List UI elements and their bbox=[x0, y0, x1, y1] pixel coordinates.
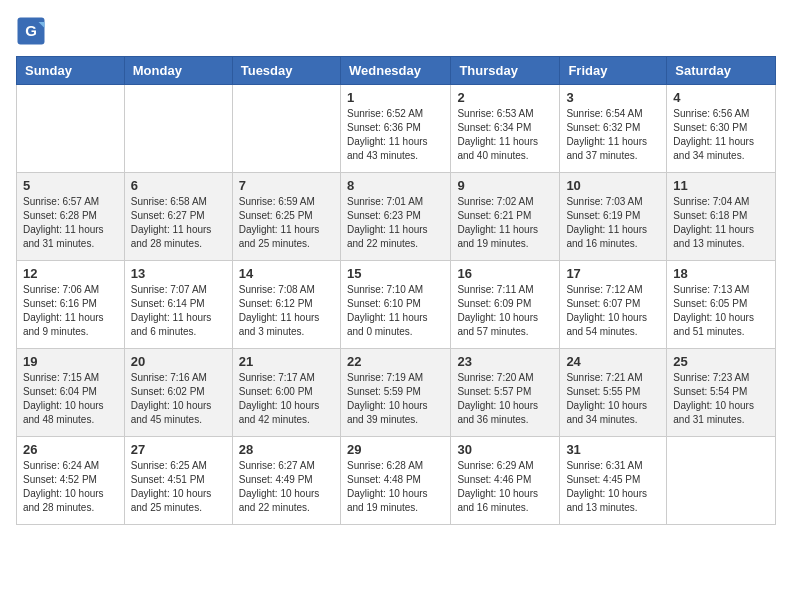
day-number: 2 bbox=[457, 90, 553, 105]
day-info: Sunrise: 7:12 AM Sunset: 6:07 PM Dayligh… bbox=[566, 283, 660, 339]
day-info: Sunrise: 7:19 AM Sunset: 5:59 PM Dayligh… bbox=[347, 371, 444, 427]
day-number: 31 bbox=[566, 442, 660, 457]
calendar-cell: 21Sunrise: 7:17 AM Sunset: 6:00 PM Dayli… bbox=[232, 349, 340, 437]
day-number: 13 bbox=[131, 266, 226, 281]
day-number: 28 bbox=[239, 442, 334, 457]
calendar-cell: 1Sunrise: 6:52 AM Sunset: 6:36 PM Daylig… bbox=[340, 85, 450, 173]
day-info: Sunrise: 7:17 AM Sunset: 6:00 PM Dayligh… bbox=[239, 371, 334, 427]
day-info: Sunrise: 7:08 AM Sunset: 6:12 PM Dayligh… bbox=[239, 283, 334, 339]
day-info: Sunrise: 6:25 AM Sunset: 4:51 PM Dayligh… bbox=[131, 459, 226, 515]
day-number: 3 bbox=[566, 90, 660, 105]
calendar-cell: 9Sunrise: 7:02 AM Sunset: 6:21 PM Daylig… bbox=[451, 173, 560, 261]
calendar-cell: 22Sunrise: 7:19 AM Sunset: 5:59 PM Dayli… bbox=[340, 349, 450, 437]
calendar-cell: 11Sunrise: 7:04 AM Sunset: 6:18 PM Dayli… bbox=[667, 173, 776, 261]
calendar-cell: 27Sunrise: 6:25 AM Sunset: 4:51 PM Dayli… bbox=[124, 437, 232, 525]
calendar-cell: 30Sunrise: 6:29 AM Sunset: 4:46 PM Dayli… bbox=[451, 437, 560, 525]
calendar-cell: 4Sunrise: 6:56 AM Sunset: 6:30 PM Daylig… bbox=[667, 85, 776, 173]
calendar-cell bbox=[232, 85, 340, 173]
logo-icon: G bbox=[16, 16, 46, 46]
day-info: Sunrise: 6:28 AM Sunset: 4:48 PM Dayligh… bbox=[347, 459, 444, 515]
weekday-header: Wednesday bbox=[340, 57, 450, 85]
weekday-header: Tuesday bbox=[232, 57, 340, 85]
calendar-cell: 25Sunrise: 7:23 AM Sunset: 5:54 PM Dayli… bbox=[667, 349, 776, 437]
weekday-header: Saturday bbox=[667, 57, 776, 85]
calendar-cell: 10Sunrise: 7:03 AM Sunset: 6:19 PM Dayli… bbox=[560, 173, 667, 261]
day-number: 23 bbox=[457, 354, 553, 369]
calendar-cell: 8Sunrise: 7:01 AM Sunset: 6:23 PM Daylig… bbox=[340, 173, 450, 261]
weekday-header: Sunday bbox=[17, 57, 125, 85]
day-number: 16 bbox=[457, 266, 553, 281]
day-info: Sunrise: 6:52 AM Sunset: 6:36 PM Dayligh… bbox=[347, 107, 444, 163]
day-info: Sunrise: 7:04 AM Sunset: 6:18 PM Dayligh… bbox=[673, 195, 769, 251]
day-number: 29 bbox=[347, 442, 444, 457]
day-info: Sunrise: 6:53 AM Sunset: 6:34 PM Dayligh… bbox=[457, 107, 553, 163]
day-number: 7 bbox=[239, 178, 334, 193]
day-number: 10 bbox=[566, 178, 660, 193]
day-number: 17 bbox=[566, 266, 660, 281]
day-info: Sunrise: 7:16 AM Sunset: 6:02 PM Dayligh… bbox=[131, 371, 226, 427]
day-number: 21 bbox=[239, 354, 334, 369]
calendar-week-row: 5Sunrise: 6:57 AM Sunset: 6:28 PM Daylig… bbox=[17, 173, 776, 261]
day-number: 30 bbox=[457, 442, 553, 457]
calendar-cell: 6Sunrise: 6:58 AM Sunset: 6:27 PM Daylig… bbox=[124, 173, 232, 261]
day-info: Sunrise: 7:15 AM Sunset: 6:04 PM Dayligh… bbox=[23, 371, 118, 427]
day-info: Sunrise: 7:03 AM Sunset: 6:19 PM Dayligh… bbox=[566, 195, 660, 251]
day-info: Sunrise: 6:31 AM Sunset: 4:45 PM Dayligh… bbox=[566, 459, 660, 515]
day-info: Sunrise: 7:02 AM Sunset: 6:21 PM Dayligh… bbox=[457, 195, 553, 251]
calendar-cell: 13Sunrise: 7:07 AM Sunset: 6:14 PM Dayli… bbox=[124, 261, 232, 349]
day-info: Sunrise: 6:27 AM Sunset: 4:49 PM Dayligh… bbox=[239, 459, 334, 515]
day-number: 27 bbox=[131, 442, 226, 457]
day-info: Sunrise: 7:07 AM Sunset: 6:14 PM Dayligh… bbox=[131, 283, 226, 339]
calendar-week-row: 19Sunrise: 7:15 AM Sunset: 6:04 PM Dayli… bbox=[17, 349, 776, 437]
day-number: 24 bbox=[566, 354, 660, 369]
day-info: Sunrise: 6:24 AM Sunset: 4:52 PM Dayligh… bbox=[23, 459, 118, 515]
calendar-cell: 12Sunrise: 7:06 AM Sunset: 6:16 PM Dayli… bbox=[17, 261, 125, 349]
day-info: Sunrise: 7:01 AM Sunset: 6:23 PM Dayligh… bbox=[347, 195, 444, 251]
calendar-cell: 17Sunrise: 7:12 AM Sunset: 6:07 PM Dayli… bbox=[560, 261, 667, 349]
day-number: 26 bbox=[23, 442, 118, 457]
day-info: Sunrise: 6:56 AM Sunset: 6:30 PM Dayligh… bbox=[673, 107, 769, 163]
day-number: 12 bbox=[23, 266, 118, 281]
day-number: 9 bbox=[457, 178, 553, 193]
day-info: Sunrise: 6:57 AM Sunset: 6:28 PM Dayligh… bbox=[23, 195, 118, 251]
day-number: 15 bbox=[347, 266, 444, 281]
day-info: Sunrise: 7:21 AM Sunset: 5:55 PM Dayligh… bbox=[566, 371, 660, 427]
logo: G bbox=[16, 16, 48, 46]
calendar-cell bbox=[667, 437, 776, 525]
calendar-week-row: 26Sunrise: 6:24 AM Sunset: 4:52 PM Dayli… bbox=[17, 437, 776, 525]
calendar-cell: 29Sunrise: 6:28 AM Sunset: 4:48 PM Dayli… bbox=[340, 437, 450, 525]
calendar-week-row: 12Sunrise: 7:06 AM Sunset: 6:16 PM Dayli… bbox=[17, 261, 776, 349]
header-row: SundayMondayTuesdayWednesdayThursdayFrid… bbox=[17, 57, 776, 85]
calendar-table: SundayMondayTuesdayWednesdayThursdayFrid… bbox=[16, 56, 776, 525]
day-info: Sunrise: 6:58 AM Sunset: 6:27 PM Dayligh… bbox=[131, 195, 226, 251]
calendar-cell bbox=[17, 85, 125, 173]
day-info: Sunrise: 7:11 AM Sunset: 6:09 PM Dayligh… bbox=[457, 283, 553, 339]
day-number: 18 bbox=[673, 266, 769, 281]
day-number: 25 bbox=[673, 354, 769, 369]
day-number: 14 bbox=[239, 266, 334, 281]
day-info: Sunrise: 7:13 AM Sunset: 6:05 PM Dayligh… bbox=[673, 283, 769, 339]
day-number: 19 bbox=[23, 354, 118, 369]
calendar-cell bbox=[124, 85, 232, 173]
calendar-cell: 24Sunrise: 7:21 AM Sunset: 5:55 PM Dayli… bbox=[560, 349, 667, 437]
calendar-week-row: 1Sunrise: 6:52 AM Sunset: 6:36 PM Daylig… bbox=[17, 85, 776, 173]
day-number: 4 bbox=[673, 90, 769, 105]
day-info: Sunrise: 6:54 AM Sunset: 6:32 PM Dayligh… bbox=[566, 107, 660, 163]
day-number: 6 bbox=[131, 178, 226, 193]
day-info: Sunrise: 7:06 AM Sunset: 6:16 PM Dayligh… bbox=[23, 283, 118, 339]
day-number: 22 bbox=[347, 354, 444, 369]
day-info: Sunrise: 6:59 AM Sunset: 6:25 PM Dayligh… bbox=[239, 195, 334, 251]
calendar-cell: 20Sunrise: 7:16 AM Sunset: 6:02 PM Dayli… bbox=[124, 349, 232, 437]
day-number: 8 bbox=[347, 178, 444, 193]
calendar-cell: 7Sunrise: 6:59 AM Sunset: 6:25 PM Daylig… bbox=[232, 173, 340, 261]
calendar-cell: 18Sunrise: 7:13 AM Sunset: 6:05 PM Dayli… bbox=[667, 261, 776, 349]
weekday-header: Monday bbox=[124, 57, 232, 85]
day-number: 5 bbox=[23, 178, 118, 193]
calendar-cell: 5Sunrise: 6:57 AM Sunset: 6:28 PM Daylig… bbox=[17, 173, 125, 261]
calendar-cell: 26Sunrise: 6:24 AM Sunset: 4:52 PM Dayli… bbox=[17, 437, 125, 525]
calendar-cell: 19Sunrise: 7:15 AM Sunset: 6:04 PM Dayli… bbox=[17, 349, 125, 437]
calendar-cell: 31Sunrise: 6:31 AM Sunset: 4:45 PM Dayli… bbox=[560, 437, 667, 525]
calendar-cell: 14Sunrise: 7:08 AM Sunset: 6:12 PM Dayli… bbox=[232, 261, 340, 349]
day-info: Sunrise: 6:29 AM Sunset: 4:46 PM Dayligh… bbox=[457, 459, 553, 515]
day-number: 1 bbox=[347, 90, 444, 105]
